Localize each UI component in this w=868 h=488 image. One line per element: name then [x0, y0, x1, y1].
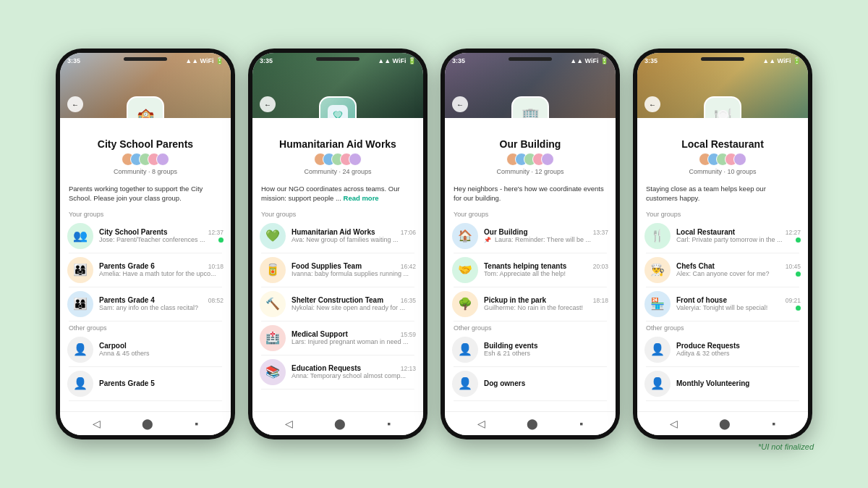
header-image: 3:35 ▲▲ WiFi 🔋 ← [252, 53, 423, 118]
home-nav-icon[interactable]: ⬤ [142, 418, 153, 429]
group-name: Medical Support [292, 330, 348, 338]
read-more-link[interactable]: Read more [344, 194, 379, 202]
profile-section: City School Parents Community · 8 groups [60, 118, 231, 181]
back-button[interactable]: ← [67, 96, 83, 112]
phone-notch [701, 57, 744, 61]
group-preview: Aditya & 32 others [676, 350, 801, 357]
avatar-5 [733, 153, 746, 166]
community-meta: Community · 10 groups [637, 168, 808, 175]
group-item[interactable]: 👤 Produce Requests Aditya & 32 others [637, 333, 808, 366]
group-preview: Jose: Parent/Teacher conferences ... [99, 236, 224, 243]
community-description: How our NGO coordinates across teams. Ou… [252, 181, 423, 208]
back-nav-icon[interactable]: ◁ [285, 418, 293, 429]
online-dot [796, 237, 801, 243]
recent-nav-icon[interactable]: ▪ [772, 418, 775, 429]
back-button[interactable]: ← [260, 96, 276, 112]
community-name: City School Parents [60, 138, 231, 150]
time-display: 3:35 [260, 57, 273, 64]
group-time: 10:45 [786, 263, 801, 270]
group-item[interactable]: 🥫 Food Supplies Team 16:42 Ivanna: baby … [252, 253, 423, 287]
group-time: 13:37 [593, 229, 608, 236]
groups-scroll[interactable]: Your groups 🍴 Local Restaurant 12:27 Car… [637, 208, 808, 411]
community-name: Humanitarian Aid Works [252, 138, 423, 150]
group-item[interactable]: 🏠 Our Building 13:37 📌Laura: Reminder: T… [445, 219, 616, 253]
group-item[interactable]: 👨‍🍳 Chefs Chat 10:45 Alex: Can anyone co… [637, 253, 808, 287]
group-item[interactable]: 👤 Carpool Anna & 45 others [60, 333, 231, 366]
group-item[interactable]: 🍴 Local Restaurant 12:27 Carl: Private p… [637, 219, 808, 253]
group-avatar: 💚 [260, 223, 286, 249]
group-item[interactable]: 👨‍👩‍👦 Parents Grade 4 08:52 Sam: any inf… [60, 287, 231, 321]
profile-section: Local Restaurant Community · 10 groups [637, 118, 808, 181]
group-name: Food Supplies Team [292, 262, 362, 270]
groups-scroll[interactable]: Your groups 🏠 Our Building 13:37 📌Laura:… [445, 208, 616, 411]
back-nav-icon[interactable]: ◁ [477, 418, 485, 429]
back-button[interactable]: ← [644, 96, 660, 112]
back-nav-icon[interactable]: ◁ [670, 418, 678, 429]
group-name: Tenants helping tenants [484, 262, 566, 270]
phone-phone4: 3:35 ▲▲ WiFi 🔋 ← 🍽️ Local Restaurant Com [633, 49, 812, 439]
profile-section: Humanitarian Aid Works Community · 24 gr… [252, 118, 423, 181]
group-avatar: 👤 [67, 371, 93, 397]
your-groups-label: Your groups [60, 208, 231, 219]
avatar-row [445, 153, 616, 166]
group-time: 12:13 [401, 365, 416, 372]
other-groups-label: Other groups [637, 321, 808, 333]
group-name: Parents Grade 5 [99, 379, 155, 387]
group-item[interactable]: 👥 City School Parents 12:37 Jose: Parent… [60, 219, 231, 253]
group-info: Pickup in the park 18:18 Guilherme: No r… [484, 296, 608, 311]
group-info: Parents Grade 6 10:18 Amelia: Have a mat… [99, 262, 224, 277]
group-preview: Ava: New group of families waiting ... [292, 236, 416, 243]
nav-bar: ◁ ⬤ ▪ [252, 411, 423, 435]
group-item[interactable]: 🔨 Shelter Construction Team 16:35 Nykola… [252, 287, 423, 321]
online-dot [796, 306, 801, 311]
group-preview: Guilherme: No rain in the forecast! [484, 304, 608, 311]
group-item[interactable]: 👨‍👩‍👧 Parents Grade 6 10:18 Amelia: Have… [60, 253, 231, 287]
avatar-5 [156, 153, 169, 166]
phone-screen: 3:35 ▲▲ WiFi 🔋 ← 🏢 Our Building Communit [445, 53, 616, 435]
groups-scroll[interactable]: Your groups 👥 City School Parents 12:37 … [60, 208, 231, 411]
group-info: Tenants helping tenants 20:03 Tom: Appre… [484, 262, 608, 277]
group-item[interactable]: 👤 Monthly Volunteering [637, 367, 808, 400]
group-name: City School Parents [99, 228, 167, 236]
phone-phone2: 3:35 ▲▲ WiFi 🔋 ← Humanitarian Aid Works [248, 49, 427, 439]
recent-nav-icon[interactable]: ▪ [195, 418, 198, 429]
group-info: Dog owners [484, 379, 608, 387]
home-nav-icon[interactable]: ⬤ [719, 418, 731, 429]
community-description: Parents working together to support the … [60, 181, 231, 208]
group-preview: Esh & 21 others [484, 350, 608, 357]
group-avatar: 📚 [260, 359, 286, 385]
group-item[interactable]: 👤 Dog owners [445, 367, 616, 400]
group-preview: Alex: Can anyone cover for me? [676, 270, 801, 277]
group-item[interactable]: 👤 Building events Esh & 21 others [445, 333, 616, 366]
group-item[interactable]: 🏪 Front of house 09:21 Valeryia: Tonight… [637, 287, 808, 321]
groups-scroll[interactable]: Your groups 💚 Humanitarian Aid Works 17:… [252, 208, 423, 411]
group-item[interactable]: 🌳 Pickup in the park 18:18 Guilherme: No… [445, 287, 616, 321]
group-item[interactable]: 💚 Humanitarian Aid Works 17:06 Ava: New … [252, 219, 423, 253]
group-info: Carpool Anna & 45 others [99, 342, 224, 357]
back-nav-icon[interactable]: ◁ [93, 418, 101, 429]
group-info: Medical Support 15:59 Lars: Injured preg… [292, 330, 416, 345]
home-nav-icon[interactable]: ⬤ [527, 418, 538, 429]
recent-nav-icon[interactable]: ▪ [579, 418, 583, 429]
group-item[interactable]: 👤 Parents Grade 5 [60, 367, 231, 400]
avatar-row [60, 153, 231, 166]
group-avatar: 👤 [452, 371, 478, 397]
group-preview: Anna & 45 others [99, 350, 224, 357]
group-item[interactable]: 🏥 Medical Support 15:59 Lars: Injured pr… [252, 321, 423, 355]
group-name: Education Requests [292, 364, 361, 372]
group-item[interactable]: 🤝 Tenants helping tenants 20:03 Tom: App… [445, 253, 616, 287]
online-dot [218, 237, 224, 243]
profile-section: Our Building Community · 12 groups [445, 118, 616, 181]
header-image: 3:35 ▲▲ WiFi 🔋 ← 🍽️ [637, 53, 808, 118]
group-time: 08:52 [208, 297, 224, 304]
community-icon: 🏢 [511, 96, 549, 118]
group-item[interactable]: 📚 Education Requests 12:13 Anna: Tempora… [252, 356, 423, 389]
recent-nav-icon[interactable]: ▪ [387, 418, 391, 429]
other-groups-label: Other groups [445, 321, 616, 333]
home-nav-icon[interactable]: ⬤ [334, 418, 346, 429]
back-button[interactable]: ← [452, 96, 468, 112]
group-name: Humanitarian Aid Works [292, 228, 375, 236]
avatar-row [637, 153, 808, 166]
community-icon: 🏫 [127, 96, 164, 118]
group-name: Pickup in the park [484, 296, 546, 304]
